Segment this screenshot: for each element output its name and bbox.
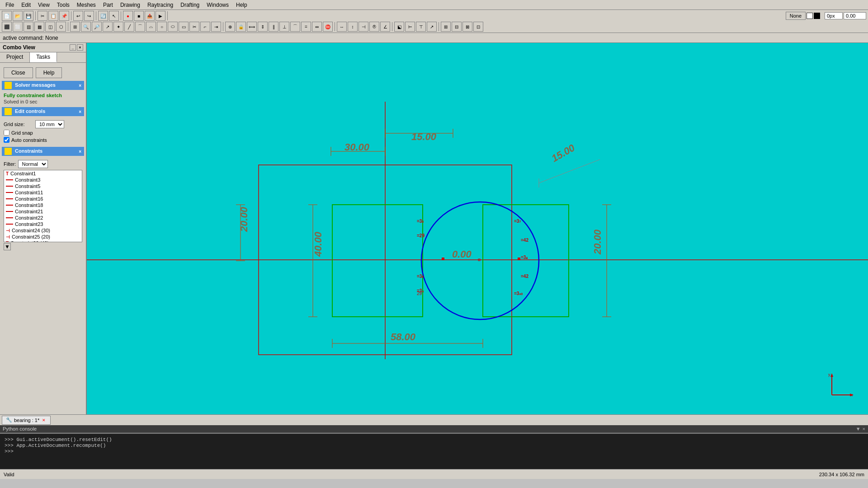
tb-select[interactable]: ↗ xyxy=(103,22,113,32)
tb-open[interactable]: 📂 xyxy=(13,11,23,21)
list-item[interactable]: T Constraint26 (40) xyxy=(4,240,82,242)
none-dropdown[interactable]: None xyxy=(786,12,806,20)
console-minimize[interactable]: ▼ xyxy=(856,426,861,432)
constraints-header[interactable]: Constraints × xyxy=(2,147,84,156)
tab-project[interactable]: Project xyxy=(0,52,30,62)
tab-close-btn[interactable]: ✕ xyxy=(41,418,47,423)
tb-paste[interactable]: 📌 xyxy=(59,11,69,21)
tb-horizontal[interactable]: ⟺ xyxy=(247,22,257,32)
python-console-body[interactable]: >>> Gui.activeDocument().resetEdit() >>>… xyxy=(0,433,868,469)
close-button[interactable]: Close xyxy=(4,67,33,78)
edit-controls-header[interactable]: Edit controls × xyxy=(2,107,84,116)
tb-view-front[interactable]: ⬛ xyxy=(2,22,12,32)
auto-constraints-checkbox[interactable] xyxy=(4,137,9,143)
list-item[interactable]: T Constraint1 xyxy=(4,170,82,177)
sidebar-minimize-btn[interactable]: _ xyxy=(70,44,76,51)
tb-view-top[interactable]: ▥ xyxy=(24,22,33,32)
menu-part[interactable]: Part xyxy=(99,1,117,9)
tb-tangent[interactable]: ⌒ xyxy=(290,22,300,32)
list-item[interactable]: Constraint3 xyxy=(4,177,82,183)
tb-ext4[interactable]: ⊡ xyxy=(473,22,483,32)
list-item[interactable]: Constraint23 xyxy=(4,221,82,227)
tb-view-back[interactable]: ⬜ xyxy=(13,22,23,32)
list-item[interactable]: ⊣ Constraint24 (30) xyxy=(4,227,82,234)
tb-play[interactable]: ▶ xyxy=(156,11,165,21)
tb-angle[interactable]: ∠ xyxy=(380,22,390,32)
solver-section-close[interactable]: × xyxy=(79,83,81,88)
tb-rect[interactable]: ▭ xyxy=(179,22,189,32)
solver-messages-header[interactable]: Solver messages × xyxy=(2,81,84,90)
menu-view[interactable]: View xyxy=(34,1,53,9)
menu-file[interactable]: File xyxy=(2,1,18,9)
sidebar-close-btn[interactable]: × xyxy=(77,44,83,51)
list-item[interactable]: Constraint16 xyxy=(4,196,82,202)
tb-trim[interactable]: ✂ xyxy=(189,22,199,32)
tb-radius[interactable]: ® xyxy=(369,22,379,32)
tb-equal[interactable]: = xyxy=(301,22,311,32)
color-picker-white[interactable] xyxy=(807,13,813,19)
tb-parallel[interactable]: ∥ xyxy=(269,22,278,32)
tb-ellipse[interactable]: ⬭ xyxy=(168,22,178,32)
menu-drafting[interactable]: Drafting xyxy=(177,1,203,9)
color-picker-black[interactable] xyxy=(814,13,820,19)
tb-dim-horiz[interactable]: ⊢ xyxy=(405,22,415,32)
menu-tools[interactable]: Tools xyxy=(53,1,73,9)
tb-undo[interactable]: ↩ xyxy=(73,11,83,21)
tb-refresh[interactable]: 🔄 xyxy=(98,11,108,21)
console-close[interactable]: × xyxy=(863,426,865,432)
menu-meshes[interactable]: Meshes xyxy=(73,1,99,9)
viewport[interactable]: =3₅ =29 =3₆ =3ₓ 29 =3₇ =42 =3₄ =42 =3ₓ₀ … xyxy=(87,43,868,414)
tb-ext3[interactable]: ⊠ xyxy=(462,22,472,32)
tb-zoom-out[interactable]: 🔎 xyxy=(92,22,102,32)
tb-dim-aligned[interactable]: ↗ xyxy=(427,22,437,32)
tab-tasks[interactable]: Tasks xyxy=(30,52,57,62)
px-input[interactable] xyxy=(825,12,843,19)
list-item[interactable]: Constraint5 xyxy=(4,183,82,189)
edit-controls-close[interactable]: × xyxy=(79,109,81,114)
constraints-close[interactable]: × xyxy=(79,149,81,154)
tb-extend[interactable]: ⇥ xyxy=(211,22,221,32)
tb-cut[interactable]: ✂ xyxy=(38,11,47,21)
tb-zoom-in[interactable]: 🔍 xyxy=(81,22,91,32)
tb-cursor[interactable]: ↖ xyxy=(109,11,119,21)
tb-new[interactable]: 📄 xyxy=(2,11,12,21)
tb-fit-all[interactable]: ⊞ xyxy=(70,22,80,32)
menu-raytracing[interactable]: Raytracing xyxy=(144,1,177,9)
tb-symmetric[interactable]: ⇔ xyxy=(312,22,322,32)
tb-wireframe[interactable]: ⬡ xyxy=(56,22,66,32)
menu-windows[interactable]: Windows xyxy=(203,1,232,9)
tb-circle[interactable]: ○ xyxy=(157,22,167,32)
grid-snap-checkbox[interactable] xyxy=(4,130,9,136)
tb-perpendicular[interactable]: ⊥ xyxy=(279,22,289,32)
help-button[interactable]: Help xyxy=(36,67,62,78)
tb-line[interactable]: ╱ xyxy=(124,22,134,32)
tb-coincident[interactable]: ⊕ xyxy=(225,22,235,32)
tb-dist-h[interactable]: ↔ xyxy=(337,22,347,32)
constraint-list-scroll-down[interactable]: ▼ xyxy=(4,243,11,250)
viewport-tab-bearing[interactable]: 🔧 bearing : 1* ✕ xyxy=(2,416,51,425)
filter-select[interactable]: Normal All Named xyxy=(18,160,48,168)
list-item[interactable]: Constraint21 xyxy=(4,208,82,215)
grid-size-select[interactable]: 10 mm xyxy=(35,120,64,128)
menu-edit[interactable]: Edit xyxy=(18,1,34,9)
tb-view-3d[interactable]: ◫ xyxy=(45,22,55,32)
tb-ext2[interactable]: ⊟ xyxy=(452,22,462,32)
tb-point[interactable]: ✦ xyxy=(113,22,123,32)
constraint-list[interactable]: T Constraint1 Constraint3 Constraint5 xyxy=(4,170,82,242)
list-item[interactable]: Constraint22 xyxy=(4,215,82,221)
menu-drawing[interactable]: Drawing xyxy=(117,1,144,9)
tb-ext1[interactable]: ⊞ xyxy=(441,22,451,32)
tb-record-red[interactable]: ● xyxy=(123,11,133,21)
tb-dist-v[interactable]: ↕ xyxy=(348,22,358,32)
list-item[interactable]: Constraint11 xyxy=(4,189,82,196)
menu-help[interactable]: Help xyxy=(232,1,251,9)
tb-fillet[interactable]: ⌐ xyxy=(200,22,210,32)
tb-constr-mode[interactable]: ⬕ xyxy=(394,22,404,32)
tb-save[interactable]: 💾 xyxy=(24,11,33,21)
num-input[interactable] xyxy=(844,12,866,19)
tb-export[interactable]: 📤 xyxy=(145,11,155,21)
tb-polyline[interactable]: ⌒ xyxy=(135,22,145,32)
tb-dim-vert[interactable]: ⊤ xyxy=(416,22,426,32)
tb-view-bottom[interactable]: ▦ xyxy=(34,22,44,32)
tb-vertical[interactable]: ⇕ xyxy=(258,22,268,32)
